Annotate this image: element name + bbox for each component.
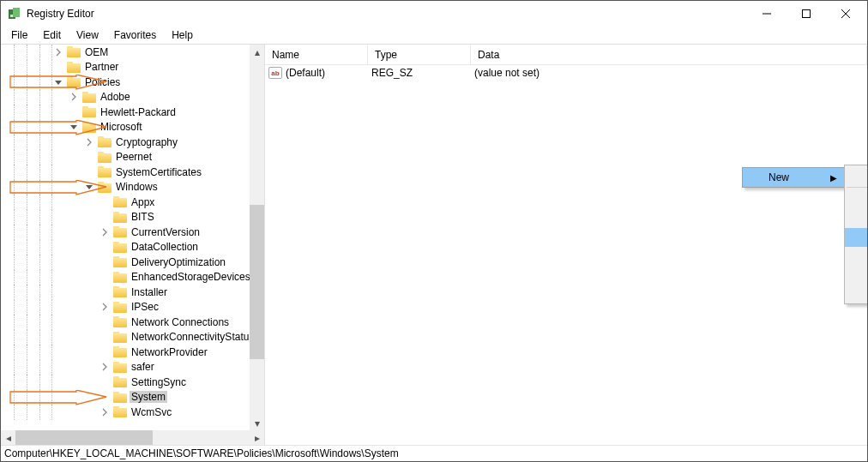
context-menu-label: New xyxy=(769,171,789,183)
context-menu-new[interactable]: New ▶ xyxy=(743,168,844,187)
column-data[interactable]: Data xyxy=(471,45,867,64)
tree-item[interactable]: Hewlett-Packard xyxy=(1,105,264,120)
tree-item[interactable]: safer xyxy=(1,360,264,375)
context-menu-item[interactable]: DWORD (32-bit) Value xyxy=(845,228,867,247)
context-menu[interactable]: New ▶ xyxy=(742,167,845,188)
no-expander xyxy=(68,106,80,118)
tree-item[interactable]: DataCollection xyxy=(1,240,264,255)
tree-item-label: IPSec xyxy=(130,301,160,313)
scroll-thumb[interactable] xyxy=(250,205,264,359)
context-menu-item[interactable]: String Value xyxy=(845,190,867,209)
chevron-right-icon[interactable] xyxy=(99,361,111,373)
scroll-right-icon[interactable]: ▸ xyxy=(250,430,264,445)
tree-item[interactable]: OEM xyxy=(1,45,264,60)
chevron-right-icon[interactable] xyxy=(52,46,64,58)
chevron-right-icon[interactable] xyxy=(68,91,80,103)
chevron-right-icon[interactable] xyxy=(83,136,95,148)
tree-item[interactable]: SystemCertificates xyxy=(1,165,264,180)
tree-item[interactable]: NetworkProvider xyxy=(1,345,264,360)
folder-icon xyxy=(113,376,127,387)
folder-icon xyxy=(113,406,127,417)
no-expander xyxy=(83,166,95,178)
maximize-button[interactable] xyxy=(787,1,826,27)
submenu-arrow-icon: ▶ xyxy=(830,173,837,183)
tree-item[interactable]: Partner xyxy=(1,60,264,75)
folder-icon xyxy=(98,136,112,147)
tree-item[interactable]: CurrentVersion xyxy=(1,225,264,240)
tree-item[interactable]: Adobe xyxy=(1,90,264,105)
folder-icon xyxy=(67,46,81,57)
context-menu-item[interactable]: Multi-String Value xyxy=(845,266,867,285)
annotation-arrow-icon xyxy=(9,75,108,90)
no-expander xyxy=(99,256,111,268)
folder-icon xyxy=(113,302,127,313)
tree-item[interactable]: EnhancedStorageDevices xyxy=(1,270,264,285)
scroll-thumb[interactable] xyxy=(15,430,153,445)
statusbar: Computer\HKEY_LOCAL_MACHINE\SOFTWARE\Pol… xyxy=(1,445,867,461)
no-expander xyxy=(99,196,111,208)
string-value-icon: ab xyxy=(268,67,282,79)
tree-horizontal-scrollbar[interactable]: ◂ ▸ xyxy=(1,430,264,445)
tree-item[interactable]: Network Connections xyxy=(1,315,264,330)
value-name: (Default) xyxy=(286,67,371,79)
menu-help[interactable]: Help xyxy=(165,27,200,43)
tree-item-label: System xyxy=(130,391,167,403)
scroll-down-icon[interactable]: ▾ xyxy=(250,416,264,430)
values-pane[interactable]: Name Type Data ab(Default)REG_SZ(value n… xyxy=(265,45,867,445)
chevron-right-icon[interactable] xyxy=(99,406,111,418)
tree-item-label: SettingSync xyxy=(130,376,188,388)
tree-pane[interactable]: OEMPartnerPoliciesAdobeHewlett-PackardMi… xyxy=(1,45,265,445)
folder-icon xyxy=(113,346,127,357)
tree-item-label: Peernet xyxy=(114,151,154,163)
context-menu-item[interactable]: Key xyxy=(845,165,867,184)
value-type: REG_SZ xyxy=(371,67,474,79)
tree-item[interactable]: Installer xyxy=(1,285,264,300)
tree-item[interactable]: BITS xyxy=(1,210,264,225)
tree-item-label: OEM xyxy=(83,46,110,58)
tree-item[interactable]: DeliveryOptimization xyxy=(1,255,264,270)
context-menu-item[interactable]: Expandable String Value xyxy=(845,285,867,303)
context-submenu-new[interactable]: KeyString ValueBinary ValueDWORD (32-bit… xyxy=(844,165,867,304)
no-expander xyxy=(99,331,111,343)
value-row[interactable]: ab(Default)REG_SZ(value not set) xyxy=(265,65,867,81)
context-menu-item[interactable]: Binary Value xyxy=(845,209,867,228)
tree-item-label: Adobe xyxy=(99,91,132,103)
column-name[interactable]: Name xyxy=(265,45,368,64)
menu-view[interactable]: View xyxy=(69,27,105,43)
folder-icon xyxy=(67,62,81,73)
scroll-up-icon[interactable]: ▴ xyxy=(250,45,264,59)
tree-item-label: CurrentVersion xyxy=(130,226,202,238)
folder-icon xyxy=(113,392,127,403)
menu-file[interactable]: File xyxy=(4,27,34,43)
close-button[interactable] xyxy=(826,1,865,27)
tree-item[interactable]: IPSec xyxy=(1,300,264,315)
tree-item[interactable]: WcmSvc xyxy=(1,405,264,420)
scroll-left-icon[interactable]: ◂ xyxy=(1,430,15,445)
tree-item[interactable]: SettingSync xyxy=(1,375,264,390)
no-expander xyxy=(99,376,111,388)
menu-favorites[interactable]: Favorites xyxy=(107,27,163,43)
folder-icon xyxy=(113,242,127,253)
annotation-arrow-icon xyxy=(9,390,108,405)
no-expander xyxy=(99,316,111,328)
chevron-right-icon[interactable] xyxy=(99,226,111,238)
folder-icon xyxy=(113,212,127,223)
chevron-right-icon[interactable] xyxy=(99,301,111,313)
context-menu-item[interactable]: QWORD (64-bit) Value xyxy=(845,247,867,266)
window-title: Registry Editor xyxy=(27,8,747,20)
no-expander xyxy=(83,151,95,163)
tree-item[interactable]: Peernet xyxy=(1,150,264,165)
tree-item-label: EnhancedStorageDevices xyxy=(130,271,252,283)
tree-vertical-scrollbar[interactable]: ▴ ▾ xyxy=(250,45,264,430)
tree-item-label: DataCollection xyxy=(130,241,200,253)
tree-item-label: Appx xyxy=(130,196,156,208)
minimize-button[interactable] xyxy=(747,1,787,27)
tree-item[interactable]: NetworkConnectivityStatus xyxy=(1,330,264,345)
folder-icon xyxy=(113,226,127,237)
column-type[interactable]: Type xyxy=(368,45,471,64)
menu-edit[interactable]: Edit xyxy=(36,27,68,43)
folder-icon xyxy=(98,166,112,177)
values-header[interactable]: Name Type Data xyxy=(265,45,867,65)
tree-item[interactable]: Appx xyxy=(1,195,264,210)
tree-item[interactable]: Cryptography xyxy=(1,135,264,150)
